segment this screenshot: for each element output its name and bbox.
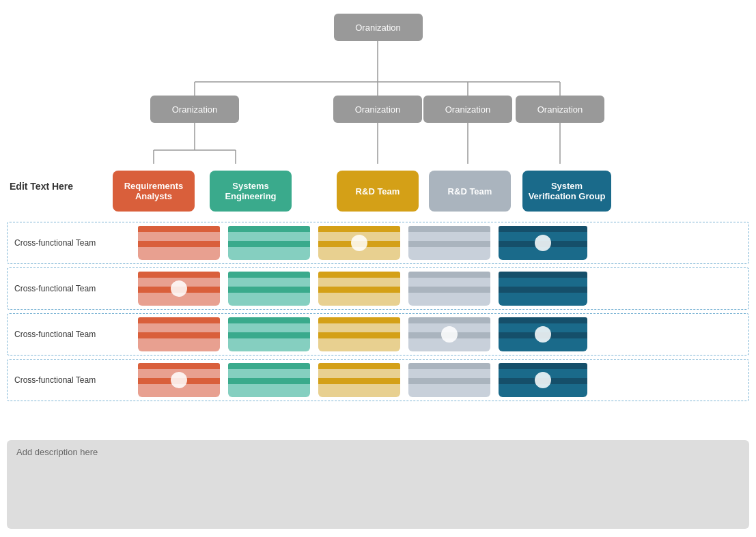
row1-col-rnd1: [318, 226, 400, 260]
circle-r3-rnd2: [441, 326, 458, 343]
top-org-node[interactable]: Oranization: [334, 14, 423, 41]
matrix-area: Cross-functional Team: [7, 222, 749, 405]
row4-col-rnd2: [408, 363, 490, 397]
top-node-label: Oranization: [355, 23, 400, 33]
dept-header-rnd2[interactable]: R&D Team: [429, 171, 511, 212]
row2-col-rnd2: [408, 272, 490, 306]
matrix-row-1: Cross-functional Team: [7, 222, 749, 264]
level2-label-2: Oranization: [355, 104, 400, 115]
row3-label: Cross-functional Team: [8, 330, 134, 339]
dept-label-req: Requirements Analysts: [124, 181, 184, 201]
row3-col-rnd2: [408, 317, 490, 351]
level2-node-2[interactable]: Oranization: [333, 96, 422, 123]
row1-col-svr: [499, 226, 587, 260]
circle-r4-svr: [535, 372, 551, 388]
row4-col-req: [138, 363, 220, 397]
row2-col-req: [138, 272, 220, 306]
edit-text-label: Edit Text Here: [10, 181, 132, 192]
level2-node-1[interactable]: Oranization: [150, 96, 239, 123]
row3-col-req: [138, 317, 220, 351]
matrix-row-2: Cross-functional Team: [7, 267, 749, 310]
row1-col-req: [138, 226, 220, 260]
circle-r1-svr: [535, 235, 551, 251]
level2-label-1: Oranization: [172, 104, 217, 115]
dept-label-sys: Systems Engineering: [225, 181, 276, 201]
level2-label-3: Oranization: [445, 104, 490, 115]
circle-r2-req: [171, 280, 187, 297]
circle-r4-req: [171, 372, 187, 388]
dept-header-sys[interactable]: Systems Engineering: [210, 171, 292, 212]
row1-col-rnd2: [408, 226, 490, 260]
dept-label-rnd2: R&D Team: [448, 186, 492, 197]
row4-label: Cross-functional Team: [8, 375, 134, 385]
matrix-row-4: Cross-functional Team: [7, 359, 749, 401]
row4-col-svr: [499, 363, 587, 397]
row4-col-rnd1: [318, 363, 400, 397]
row2-label: Cross-functional Team: [8, 284, 134, 293]
level2-node-3[interactable]: Oranization: [423, 96, 512, 123]
circle-r3-svr: [535, 326, 551, 343]
row2-col-sys: [228, 272, 310, 306]
circle-r1-rnd1: [351, 235, 367, 251]
dept-label-svr: System Verification Group: [529, 181, 606, 201]
dept-header-svr[interactable]: System Verification Group: [522, 171, 611, 212]
dept-header-rnd1[interactable]: R&D Team: [337, 171, 419, 212]
level2-label-4: Oranization: [537, 104, 583, 115]
row2-col-svr: [499, 272, 587, 306]
description-text: Add description here: [16, 447, 98, 457]
row3-col-svr: [499, 317, 587, 351]
level2-node-4[interactable]: Oranization: [516, 96, 604, 123]
row1-label: Cross-functional Team: [8, 238, 134, 248]
dept-label-rnd1: R&D Team: [356, 186, 400, 197]
row3-col-rnd1: [318, 317, 400, 351]
row2-col-rnd1: [318, 272, 400, 306]
row1-col-sys: [228, 226, 310, 260]
row3-col-sys: [228, 317, 310, 351]
matrix-row-3: Cross-functional Team: [7, 313, 749, 355]
description-box[interactable]: Add description here: [7, 440, 749, 529]
row4-col-sys: [228, 363, 310, 397]
